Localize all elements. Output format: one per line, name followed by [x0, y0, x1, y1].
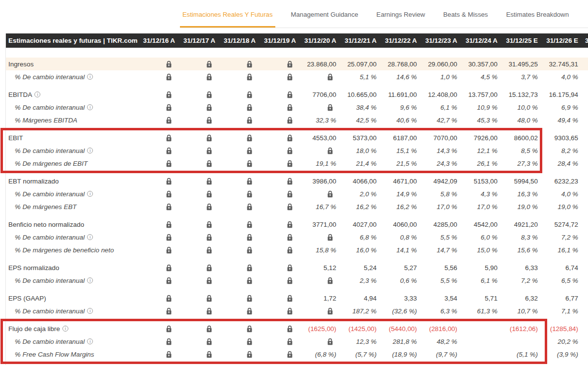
- locked-cell[interactable]: [217, 276, 258, 284]
- locked-cell[interactable]: [217, 337, 258, 345]
- info-icon[interactable]: i: [87, 74, 93, 80]
- info-icon[interactable]: i: [87, 234, 93, 240]
- locked-cell[interactable]: [217, 91, 258, 98]
- locked-cell[interactable]: [137, 246, 177, 254]
- locked-cell[interactable]: [258, 203, 298, 211]
- locked-cell[interactable]: [298, 337, 338, 345]
- locked-cell[interactable]: [217, 246, 258, 254]
- locked-cell[interactable]: [298, 307, 338, 315]
- locked-cell[interactable]: [177, 190, 217, 198]
- locked-cell[interactable]: [137, 350, 177, 358]
- locked-cell[interactable]: [298, 73, 338, 81]
- locked-cell[interactable]: [258, 264, 298, 272]
- info-icon[interactable]: i: [34, 91, 40, 97]
- locked-cell[interactable]: [137, 294, 177, 302]
- locked-cell[interactable]: [298, 190, 338, 198]
- tab-0[interactable]: Estimaciones Reales Y Futuras: [180, 0, 275, 28]
- locked-cell[interactable]: [137, 307, 177, 315]
- locked-cell[interactable]: [217, 60, 258, 68]
- locked-cell[interactable]: [217, 190, 258, 198]
- info-icon[interactable]: i: [87, 338, 93, 344]
- info-icon[interactable]: i: [87, 277, 93, 283]
- info-icon[interactable]: i: [87, 308, 93, 314]
- locked-cell[interactable]: [258, 337, 298, 345]
- locked-cell[interactable]: [217, 73, 258, 81]
- locked-cell[interactable]: [177, 73, 217, 81]
- locked-cell[interactable]: [217, 350, 258, 358]
- locked-cell[interactable]: [177, 325, 217, 333]
- locked-cell[interactable]: [137, 116, 177, 124]
- locked-cell[interactable]: [258, 294, 298, 302]
- tab-1[interactable]: Management Guidance: [289, 0, 361, 28]
- locked-cell[interactable]: [258, 307, 298, 315]
- locked-cell[interactable]: [298, 276, 338, 284]
- locked-cell[interactable]: [217, 147, 258, 154]
- locked-cell[interactable]: [217, 116, 258, 124]
- locked-cell[interactable]: [258, 134, 298, 142]
- locked-cell[interactable]: [177, 116, 217, 124]
- locked-cell[interactable]: [177, 60, 217, 68]
- locked-cell[interactable]: [258, 190, 298, 198]
- locked-cell[interactable]: [177, 350, 217, 358]
- locked-cell[interactable]: [177, 233, 217, 241]
- info-icon[interactable]: i: [62, 326, 68, 332]
- locked-cell[interactable]: [177, 159, 217, 167]
- locked-cell[interactable]: [137, 60, 177, 68]
- locked-cell[interactable]: [258, 91, 298, 98]
- locked-cell[interactable]: [258, 350, 298, 358]
- locked-cell[interactable]: [137, 190, 177, 198]
- locked-cell[interactable]: [258, 177, 298, 185]
- info-icon[interactable]: i: [87, 148, 93, 153]
- locked-cell[interactable]: [258, 60, 298, 68]
- locked-cell[interactable]: [258, 246, 298, 254]
- locked-cell[interactable]: [177, 276, 217, 284]
- info-icon[interactable]: i: [87, 104, 93, 110]
- locked-cell[interactable]: [177, 147, 217, 154]
- locked-cell[interactable]: [177, 203, 217, 211]
- locked-cell[interactable]: [137, 276, 177, 284]
- locked-cell[interactable]: [298, 103, 338, 111]
- locked-cell[interactable]: [137, 159, 177, 167]
- info-icon[interactable]: i: [87, 191, 93, 197]
- locked-cell[interactable]: [258, 276, 298, 284]
- locked-cell[interactable]: [258, 147, 298, 154]
- locked-cell[interactable]: [137, 103, 177, 111]
- locked-cell[interactable]: [298, 147, 338, 154]
- locked-cell[interactable]: [137, 91, 177, 98]
- locked-cell[interactable]: [137, 325, 177, 333]
- locked-cell[interactable]: [258, 159, 298, 167]
- locked-cell[interactable]: [137, 73, 177, 81]
- locked-cell[interactable]: [177, 220, 217, 228]
- locked-cell[interactable]: [217, 103, 258, 111]
- locked-cell[interactable]: [137, 147, 177, 154]
- locked-cell[interactable]: [177, 294, 217, 302]
- locked-cell[interactable]: [177, 177, 217, 185]
- locked-cell[interactable]: [217, 264, 258, 272]
- locked-cell[interactable]: [217, 134, 258, 142]
- locked-cell[interactable]: [137, 177, 177, 185]
- locked-cell[interactable]: [177, 246, 217, 254]
- locked-cell[interactable]: [177, 134, 217, 142]
- locked-cell[interactable]: [177, 264, 217, 272]
- locked-cell[interactable]: [217, 325, 258, 333]
- locked-cell[interactable]: [137, 264, 177, 272]
- locked-cell[interactable]: [137, 134, 177, 142]
- locked-cell[interactable]: [258, 116, 298, 124]
- locked-cell[interactable]: [137, 220, 177, 228]
- tab-2[interactable]: Earnings Review: [374, 0, 428, 28]
- locked-cell[interactable]: [258, 325, 298, 333]
- locked-cell[interactable]: [137, 203, 177, 211]
- locked-cell[interactable]: [258, 73, 298, 81]
- locked-cell[interactable]: [258, 233, 298, 241]
- tab-3[interactable]: Beats & Misses: [441, 0, 491, 28]
- tab-4[interactable]: Estimates Breakdown: [503, 0, 571, 28]
- locked-cell[interactable]: [217, 307, 258, 315]
- locked-cell[interactable]: [217, 220, 258, 228]
- locked-cell[interactable]: [217, 233, 258, 241]
- locked-cell[interactable]: [137, 233, 177, 241]
- locked-cell[interactable]: [177, 103, 217, 111]
- locked-cell[interactable]: [177, 307, 217, 315]
- locked-cell[interactable]: [258, 103, 298, 111]
- locked-cell[interactable]: [258, 220, 298, 228]
- locked-cell[interactable]: [217, 177, 258, 185]
